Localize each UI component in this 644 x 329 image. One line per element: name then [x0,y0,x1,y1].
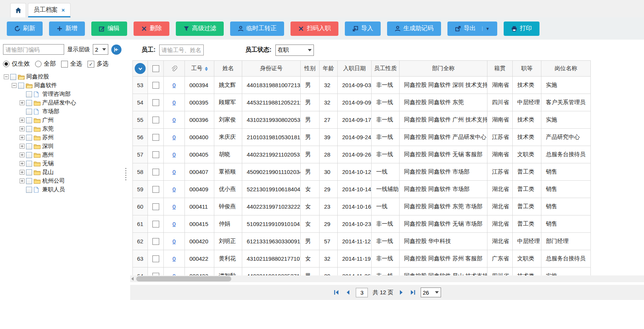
tree-node-label[interactable]: 同鑫控股 [26,73,49,80]
close-icon[interactable]: × [61,7,65,13]
attachment-count-link[interactable]: 0 [172,221,175,227]
refresh-button[interactable]: 刷新 [7,22,43,36]
row-checkbox[interactable] [152,255,159,262]
table-row[interactable]: 530000394姚文辉440183198810072132男322014-09… [133,77,591,94]
tree-node-checkbox[interactable] [26,135,32,141]
table-row[interactable]: 550000396刘家俊431023199308020531男272014-09… [133,111,591,129]
attachment-count-link[interactable]: 0 [172,82,175,88]
horizontal-scrollbar[interactable] [130,275,644,282]
tree-node-checkbox[interactable] [26,126,32,132]
tree-node-label[interactable]: 杭州公司 [42,177,65,184]
expand-node-icon[interactable] [20,178,25,183]
tree-node-label[interactable]: 东莞 [42,125,54,132]
expand-node-icon[interactable] [20,170,25,175]
header-age[interactable]: 年龄 [320,61,338,77]
tree-node-label[interactable]: 同鑫软件 [34,82,57,89]
row-checkbox[interactable] [152,203,159,210]
import-button[interactable]: 导入 [345,22,381,36]
checkbox-multi-select[interactable]: ✓ [88,61,94,68]
tree-node-checkbox[interactable] [26,143,32,149]
select-all-checkbox[interactable] [152,65,159,72]
row-checkbox[interactable] [152,82,159,89]
attachment-count-link[interactable]: 0 [172,238,175,244]
table-row[interactable]: 600000411钟俊燕440223199710232227女232014-10… [133,198,591,215]
edit-button[interactable]: 编辑 [91,22,127,36]
attachment-count-link[interactable]: 0 [172,169,175,175]
header-name[interactable]: 姓名 [214,61,242,77]
tree-node-checkbox[interactable] [26,187,32,193]
header-position-name[interactable]: 岗位名称 [541,61,591,77]
row-checkbox[interactable] [152,169,159,175]
scan-onboard-button[interactable]: 扫码入职 [290,22,338,36]
header-dept-full-name[interactable]: 部门全称 [400,61,487,77]
next-page-icon[interactable] [398,289,405,296]
print-button[interactable]: 打印 [504,22,539,36]
page-size-select[interactable]: 26 [421,287,441,297]
checkbox-select-all[interactable] [61,61,68,68]
row-checkbox[interactable] [152,117,159,123]
tree-node-label[interactable]: 管理咨询部 [42,91,71,98]
tree-node-checkbox[interactable] [26,117,32,123]
tree-node-label[interactable]: 深圳 [42,143,54,150]
tree-node-checkbox[interactable] [10,74,16,80]
scroll-left-arrow-icon[interactable] [131,277,134,281]
tree-node-checkbox[interactable] [26,109,32,115]
table-row[interactable]: 620000420刘明正612133196303300912男572014-11… [133,233,591,250]
attachment-count-link[interactable]: 0 [172,134,175,140]
scrollbar-thumb[interactable] [136,276,231,281]
tree-node-label[interactable]: 苏州 [42,134,54,141]
table-row[interactable]: 580000407覃裕顺450902199011102034男302014-10… [133,163,591,181]
attachment-count-link[interactable]: 0 [172,117,175,123]
advanced-filter-button[interactable]: 高级过滤 [176,22,224,36]
sort-icon[interactable] [205,67,208,71]
tree-node-checkbox[interactable] [18,83,24,89]
header-emp-type[interactable]: 员工性质 [372,61,400,77]
tree-node-checkbox[interactable] [26,169,32,175]
expand-node-icon[interactable] [20,100,25,105]
table-row[interactable]: 630000422黄利花431021198802177107女322014-11… [133,250,591,268]
tree-node-checkbox[interactable] [26,91,32,97]
attachment-count-link[interactable]: 0 [172,186,175,192]
tree-node-label[interactable]: 惠州 [42,151,54,158]
table-row[interactable]: 540000395顾耀军445321198812052211男322014-09… [133,94,591,111]
level-select[interactable]: 2 [93,44,108,55]
row-checkbox[interactable] [152,238,159,245]
attachment-count-link[interactable]: 0 [172,99,175,106]
tab-employee-archive[interactable]: 员工档案 × [28,3,71,17]
tree-node-label[interactable]: 产品研发中心 [42,99,76,106]
last-page-icon[interactable] [409,289,416,296]
header-emp-no[interactable]: 工号 [185,61,214,77]
generate-mnemonic-button[interactable]: 生成助记码 [387,22,441,36]
collapse-node-icon[interactable] [4,74,9,79]
employee-status-select[interactable]: 在职 [275,45,314,56]
dept-code-input[interactable] [3,44,64,55]
page-number-input[interactable] [356,288,368,297]
tree-node-checkbox[interactable] [26,152,32,158]
attachment-count-link[interactable]: 0 [172,203,175,210]
splitter-handle[interactable] [124,40,130,329]
table-row[interactable]: 560000400来庆庆210103198105301812男392014-09… [133,129,591,146]
header-id-number[interactable]: 身份证号 [242,61,301,77]
table-row[interactable]: 570000405胡晓440232199211020533男282014-09-… [133,146,591,163]
temp-to-regular-button[interactable]: 临时工转正 [230,22,284,36]
attachment-count-link[interactable]: 0 [172,255,175,262]
tree-node-label[interactable]: 市场部 [42,108,59,115]
table-row[interactable]: 590000409优小燕522130199106184046女292014-10… [133,181,591,198]
expand-node-icon[interactable] [20,161,25,166]
header-gender[interactable]: 性别 [301,61,320,77]
header-hire-date[interactable]: 入职日期 [338,61,372,77]
attachment-count-link[interactable]: 0 [172,273,175,275]
tree-node-label[interactable]: 广州 [42,117,54,124]
add-button[interactable]: 新增 [49,22,85,36]
row-checkbox[interactable] [152,221,159,228]
expand-node-icon[interactable] [20,152,25,157]
collapse-sidebar-button[interactable] [111,45,121,55]
row-checkbox[interactable] [152,186,159,193]
tree-node-checkbox[interactable] [26,178,32,184]
row-checkbox[interactable] [152,273,159,275]
expand-node-icon[interactable] [20,135,25,140]
expand-node-icon[interactable] [20,118,25,123]
tree-node-label[interactable]: 兼职人员 [42,186,65,193]
table-row[interactable]: 640000423谭智勲440221199108252716男292014-11… [133,268,591,276]
tree-node-checkbox[interactable] [26,100,32,106]
